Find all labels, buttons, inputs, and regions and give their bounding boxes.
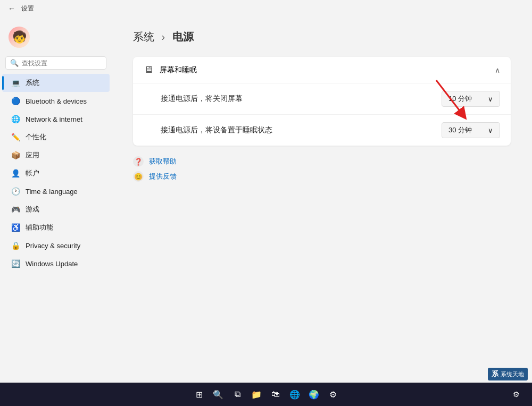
sleep-chevron: ∨ (488, 126, 493, 134)
card-header-screen-sleep[interactable]: 🖥 屏幕和睡眠 ∧ (133, 57, 511, 83)
sidebar: 🧒 🔍 💻 系统 🔵 Bluetooth & devices 🌐 Network… (0, 17, 112, 383)
privacy-icon: 🔒 (11, 241, 20, 250)
accounts-icon: 👤 (11, 168, 20, 178)
user-avatar-area: 🧒 (0, 21, 112, 56)
sidebar-item-network[interactable]: 🌐 Network & internet (2, 110, 110, 128)
screen-icon: 🖥 (144, 64, 153, 75)
content-wrapper: 系统 › 电源 🖥 屏幕和睡眠 (133, 30, 511, 182)
screen-off-dropdown[interactable]: 10 分钟 ∨ (442, 91, 500, 107)
sidebar-item-personalization[interactable]: ✏️ 个性化 (2, 128, 110, 146)
sidebar-item-accounts[interactable]: 👤 帐户 (2, 164, 110, 182)
accessibility-icon: ♿ (11, 223, 20, 232)
screen-off-control: 10 分钟 ∨ (442, 91, 500, 107)
feedback-link[interactable]: 😊 提供反馈 (133, 171, 511, 182)
sleep-label: 接通电源后，将设备置于睡眠状态 (161, 125, 272, 135)
titlebar-title: 设置 (21, 4, 34, 13)
taskbar-chrome-icon[interactable]: 🌐 (287, 386, 303, 402)
sleep-dropdown[interactable]: 30 分钟 ∨ (442, 122, 500, 138)
search-input[interactable] (22, 60, 102, 67)
back-button[interactable]: ← (6, 3, 17, 14)
taskbar-edge-icon[interactable]: 🌍 (306, 386, 322, 402)
card-section-label: 屏幕和睡眠 (160, 65, 197, 75)
card-header-left: 🖥 屏幕和睡眠 (144, 64, 197, 75)
help-label: 获取帮助 (149, 157, 177, 166)
search-icon: 🔍 (10, 59, 19, 67)
sidebar-item-apps[interactable]: 📦 应用 (2, 146, 110, 164)
taskbar-settings-icon[interactable]: ⚙ (325, 386, 341, 402)
sidebar-item-system[interactable]: 💻 系统 (2, 74, 110, 92)
content-area: 系统 › 电源 🖥 屏幕和睡眠 (112, 17, 532, 383)
search-box[interactable]: 🔍 (5, 56, 106, 70)
taskbar-center: ⊞ 🔍 ⧉ 📁 🛍 🌐 🌍 ⚙ (191, 386, 341, 402)
taskbar-search-icon[interactable]: 🔍 (210, 386, 226, 402)
personalization-icon: ✏️ (11, 132, 20, 142)
system-icon: 💻 (11, 78, 20, 88)
sleep-control: 30 分钟 ∨ (442, 122, 500, 138)
help-link[interactable]: ❓ 获取帮助 (133, 156, 511, 167)
update-icon: 🔄 (11, 259, 20, 268)
screen-off-value: 10 分钟 (448, 94, 472, 104)
gaming-icon: 🎮 (11, 205, 20, 214)
help-icon: ❓ (133, 156, 144, 167)
titlebar: ← 设置 (0, 0, 532, 17)
breadcrumb-separator: › (162, 31, 165, 43)
taskbar-windows-icon[interactable]: ⊞ (191, 386, 207, 402)
taskbar-tray-icon[interactable]: ⚙ (509, 387, 523, 402)
breadcrumb-current: 电源 (172, 31, 194, 43)
apps-icon: 📦 (11, 150, 20, 160)
links-section: ❓ 获取帮助 😊 提供反馈 (133, 156, 511, 182)
sleep-value: 30 分钟 (448, 125, 472, 135)
screen-off-chevron: ∨ (488, 95, 493, 103)
bluetooth-icon: 🔵 (11, 96, 20, 106)
time-icon: 🕐 (11, 187, 20, 196)
taskbar-store-icon[interactable]: 🛍 (268, 386, 284, 402)
watermark: 系 系统天地 (488, 368, 528, 380)
taskbar-right: ⚙ (509, 387, 523, 402)
screen-sleep-card: 🖥 屏幕和睡眠 ∧ 接通电源后，将关闭屏幕 10 分钟 ∨ (133, 57, 511, 146)
taskbar-files-icon[interactable]: 📁 (248, 386, 264, 402)
screen-off-label: 接通电源后，将关闭屏幕 (161, 94, 243, 104)
watermark-logo: 系 (492, 369, 498, 379)
breadcrumb-parent: 系统 (133, 31, 154, 43)
sidebar-item-privacy[interactable]: 🔒 Privacy & security (2, 236, 110, 255)
watermark-text: 系统天地 (501, 370, 524, 378)
breadcrumb: 系统 › 电源 (133, 30, 511, 44)
main-layout: 🧒 🔍 💻 系统 🔵 Bluetooth & devices 🌐 Network… (0, 17, 532, 383)
feedback-label: 提供反馈 (149, 172, 177, 181)
avatar: 🧒 (9, 27, 30, 48)
sidebar-item-update[interactable]: 🔄 Windows Update (2, 255, 110, 273)
sleep-row: 接通电源后，将设备置于睡眠状态 30 分钟 ∨ (133, 115, 511, 146)
sidebar-item-accessibility[interactable]: ♿ 辅助功能 (2, 218, 110, 236)
network-icon: 🌐 (11, 114, 20, 124)
sidebar-item-time[interactable]: 🕐 Time & language (2, 182, 110, 200)
sidebar-item-gaming[interactable]: 🎮 游戏 (2, 200, 110, 218)
feedback-icon: 😊 (133, 171, 144, 182)
sidebar-item-bluetooth[interactable]: 🔵 Bluetooth & devices (2, 92, 110, 110)
taskbar: ⊞ 🔍 ⧉ 📁 🛍 🌐 🌍 ⚙ ⚙ (0, 383, 532, 406)
collapse-chevron-icon: ∧ (495, 66, 500, 74)
taskbar-taskview-icon[interactable]: ⧉ (229, 386, 245, 402)
screen-off-row: 接通电源后，将关闭屏幕 10 分钟 ∨ (133, 83, 511, 115)
